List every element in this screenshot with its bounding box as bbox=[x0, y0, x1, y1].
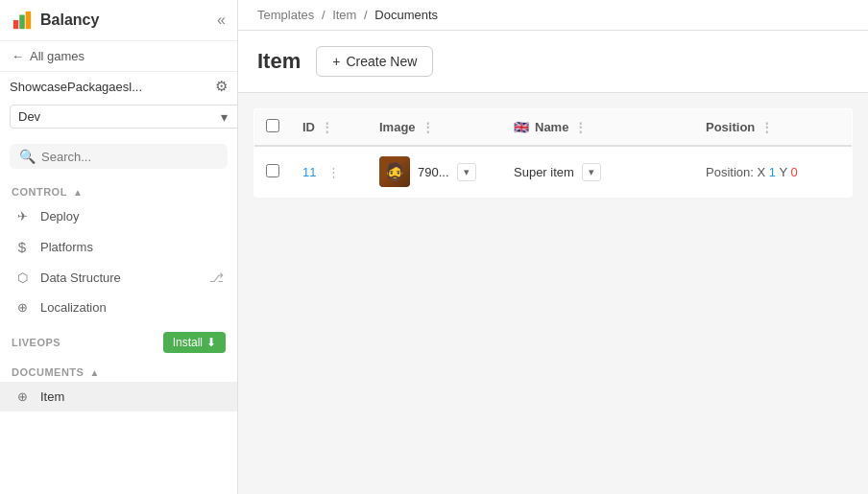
sidebar: Balancy « ← All games ShowcasePackagaesl… bbox=[0, 0, 238, 494]
row-id-value[interactable]: 11 bbox=[302, 165, 316, 179]
deploy-icon: ✈ bbox=[13, 209, 31, 223]
col-id-header: ID ⋮ bbox=[291, 109, 368, 147]
plus-icon: + bbox=[332, 54, 340, 69]
image-column-label: Image bbox=[379, 120, 416, 134]
liveops-row: LIVEOPS Install ⬇ bbox=[0, 322, 237, 357]
table-body: 11 ⋮ 🧔 790... ▾ bbox=[254, 146, 853, 198]
arrow-left-icon: ← bbox=[12, 49, 24, 63]
workspace-name: ShowcasePackagaesl... bbox=[10, 80, 209, 94]
all-games-label: All games bbox=[30, 49, 84, 63]
data-structure-icon: ⬡ bbox=[13, 271, 31, 285]
search-box: 🔍 bbox=[10, 144, 228, 169]
breadcrumb-item[interactable]: Item bbox=[332, 8, 356, 22]
position-y-label: Y bbox=[779, 165, 786, 179]
image-col-menu-icon[interactable]: ⋮ bbox=[422, 120, 434, 134]
sidebar-item-deploy[interactable]: ✈ Deploy bbox=[0, 201, 237, 231]
download-icon: ⬇ bbox=[206, 336, 216, 349]
env-row: Dev ▾ bbox=[0, 101, 237, 136]
logo-icon bbox=[12, 10, 33, 31]
search-input[interactable] bbox=[41, 150, 218, 164]
image-dropdown-button[interactable]: ▾ bbox=[457, 163, 476, 181]
all-games-link[interactable]: ← All games bbox=[0, 41, 237, 72]
documents-section: DOCUMENTS ▲ bbox=[0, 357, 237, 382]
table-row: 11 ⋮ 🧔 790... ▾ bbox=[254, 146, 853, 198]
sidebar-item-item[interactable]: ⊕ Item bbox=[0, 382, 237, 412]
sidebar-item-data-structure-label: Data Structure bbox=[40, 271, 121, 285]
name-column-label: Name bbox=[535, 120, 568, 134]
row-name-cell: Super item ▾ bbox=[502, 146, 694, 198]
sidebar-item-localization-label: Localization bbox=[40, 300, 107, 315]
sidebar-item-platforms[interactable]: $ Platforms bbox=[0, 231, 237, 263]
col-image-header: Image ⋮ bbox=[368, 109, 502, 147]
name-col-menu-icon[interactable]: ⋮ bbox=[574, 120, 587, 134]
data-table: ID ⋮ Image ⋮ 🇬🇧 Name bbox=[253, 108, 853, 198]
svg-rect-1 bbox=[19, 15, 25, 30]
id-column-label: ID bbox=[302, 120, 315, 134]
table-container: ID ⋮ Image ⋮ 🇬🇧 Name bbox=[238, 93, 868, 494]
main-content: Templates / Item / Documents Item + Crea… bbox=[238, 0, 868, 494]
col-position-header: Position ⋮ bbox=[694, 109, 853, 147]
id-col-menu-icon[interactable]: ⋮ bbox=[321, 120, 333, 134]
position-col-menu-icon[interactable]: ⋮ bbox=[760, 120, 773, 134]
row-thumbnail: 🧔 bbox=[379, 156, 410, 187]
breadcrumb-sep-2: / bbox=[364, 8, 368, 22]
documents-label: DOCUMENTS bbox=[12, 366, 84, 378]
control-section-label: CONTROL ▲ bbox=[0, 176, 237, 201]
position-column-label: Position bbox=[706, 120, 755, 134]
sidebar-item-data-structure[interactable]: ⬡ Data Structure ⎇ bbox=[0, 263, 237, 293]
row-check-cell bbox=[254, 146, 292, 198]
search-row: 🔍 bbox=[0, 136, 237, 176]
row-name-value: Super item bbox=[514, 165, 574, 179]
sidebar-header: Balancy « bbox=[0, 0, 237, 41]
flag-icon: 🇬🇧 bbox=[514, 120, 529, 134]
gear-button[interactable]: ⚙ bbox=[215, 78, 228, 95]
svg-rect-2 bbox=[26, 12, 31, 29]
sidebar-item-item-label: Item bbox=[40, 389, 64, 404]
content-header: Item + Create New bbox=[238, 31, 868, 93]
row-checkbox[interactable] bbox=[266, 164, 279, 177]
sidebar-item-platforms-label: Platforms bbox=[40, 240, 93, 254]
search-icon: 🔍 bbox=[19, 149, 36, 164]
position-y-value: 0 bbox=[790, 165, 797, 179]
position-x-value: 1 bbox=[769, 165, 776, 179]
env-select[interactable]: Dev bbox=[10, 105, 238, 129]
svg-rect-0 bbox=[13, 20, 19, 29]
share-icon: ⎇ bbox=[209, 271, 224, 285]
position-label: Position: X bbox=[706, 165, 765, 179]
row-id-cell: 11 ⋮ bbox=[291, 146, 368, 198]
liveops-label: LIVEOPS bbox=[12, 337, 60, 348]
create-new-button[interactable]: + Create New bbox=[316, 46, 433, 77]
table-header-row: ID ⋮ Image ⋮ 🇬🇧 Name bbox=[254, 109, 853, 147]
row-image-cell: 🧔 790... ▾ bbox=[368, 146, 502, 198]
row-position-cell: Position: X 1 Y 0 bbox=[694, 146, 853, 198]
col-name-header: 🇬🇧 Name ⋮ bbox=[502, 109, 694, 147]
breadcrumb-templates[interactable]: Templates bbox=[257, 8, 314, 22]
collapse-button[interactable]: « bbox=[217, 12, 226, 29]
create-new-label: Create New bbox=[346, 54, 417, 69]
col-check-header bbox=[254, 109, 292, 147]
localization-icon: ⊕ bbox=[13, 300, 31, 315]
item-doc-icon: ⊕ bbox=[13, 389, 31, 404]
breadcrumb: Templates / Item / Documents bbox=[238, 0, 868, 31]
select-all-checkbox[interactable] bbox=[266, 119, 279, 132]
platforms-icon: $ bbox=[13, 239, 31, 255]
workspace-row: ShowcasePackagaesl... ⚙ bbox=[0, 72, 237, 101]
control-chevron-icon: ▲ bbox=[73, 187, 83, 198]
image-text-value: 790... bbox=[418, 165, 449, 179]
install-button[interactable]: Install ⬇ bbox=[163, 332, 226, 353]
app-name: Balancy bbox=[40, 12, 99, 29]
page-title: Item bbox=[257, 49, 301, 74]
logo-area: Balancy bbox=[12, 10, 99, 31]
sidebar-item-localization[interactable]: ⊕ Localization bbox=[0, 293, 237, 322]
breadcrumb-sep-1: / bbox=[322, 8, 326, 22]
install-label: Install bbox=[173, 336, 203, 349]
documents-chevron-icon: ▲ bbox=[89, 367, 99, 378]
thumb-face-icon: 🧔 bbox=[379, 156, 410, 187]
breadcrumb-documents: Documents bbox=[374, 8, 438, 22]
name-dropdown-button[interactable]: ▾ bbox=[582, 163, 601, 181]
sidebar-item-deploy-label: Deploy bbox=[40, 209, 79, 223]
row-dots-icon[interactable]: ⋮ bbox=[327, 165, 340, 179]
